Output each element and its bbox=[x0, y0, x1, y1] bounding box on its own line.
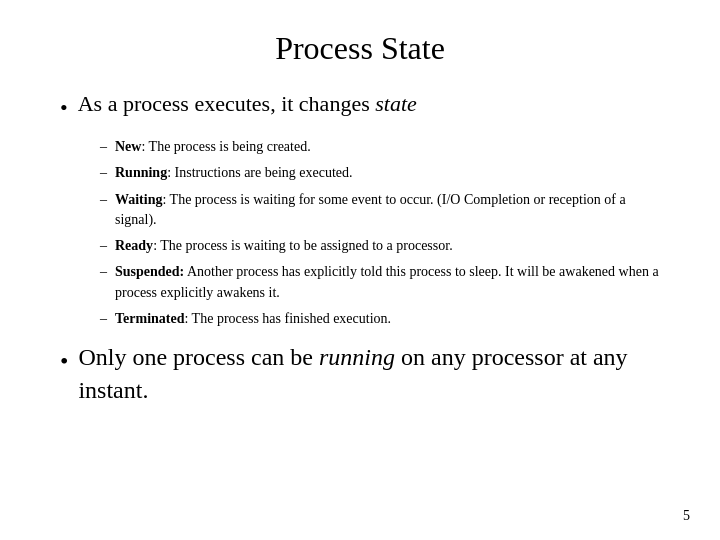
bullet-1-prefix: As a process executes, it changes bbox=[78, 91, 376, 116]
sub-bullet-terminated: – Terminated: The process has finished e… bbox=[100, 309, 660, 329]
sub-bullet-ready-rest: : The process is waiting to be assigned … bbox=[153, 238, 453, 253]
sub-bullet-new-bold: New bbox=[115, 139, 141, 154]
sub-bullet-running-text: Running: Instructions are being executed… bbox=[115, 163, 660, 183]
page-number: 5 bbox=[683, 508, 690, 524]
sub-bullet-new-text: New: The process is being created. bbox=[115, 137, 660, 157]
sub-bullet-terminated-bold: Terminated bbox=[115, 311, 184, 326]
bullet-dot-1: • bbox=[60, 95, 68, 121]
slide: Process State • As a process executes, i… bbox=[0, 0, 720, 540]
dash-1: – bbox=[100, 137, 107, 157]
dash-3: – bbox=[100, 190, 107, 210]
sub-bullet-ready: – Ready: The process is waiting to be as… bbox=[100, 236, 660, 256]
main-bullet-1: • As a process executes, it changes stat… bbox=[60, 91, 660, 121]
sub-bullet-running-bold: Running bbox=[115, 165, 167, 180]
sub-bullet-waiting: – Waiting: The process is waiting for so… bbox=[100, 190, 660, 231]
sub-bullet-new-rest: : The process is being created. bbox=[141, 139, 310, 154]
bullet-2-prefix: Only one process can be bbox=[78, 344, 319, 370]
sub-bullet-running: – Running: Instructions are being execut… bbox=[100, 163, 660, 183]
dash-5: – bbox=[100, 262, 107, 282]
dash-4: – bbox=[100, 236, 107, 256]
sub-bullet-new: – New: The process is being created. bbox=[100, 137, 660, 157]
bullet-2-italic: running bbox=[319, 344, 395, 370]
main-bullet-2: • Only one process can be running on any… bbox=[60, 341, 660, 406]
sub-bullet-suspended-bold: Suspended: bbox=[115, 264, 184, 279]
sub-bullet-waiting-bold: Waiting bbox=[115, 192, 162, 207]
dash-6: – bbox=[100, 309, 107, 329]
dash-2: – bbox=[100, 163, 107, 183]
sub-bullet-ready-bold: Ready bbox=[115, 238, 153, 253]
sub-bullet-waiting-rest: : The process is waiting for some event … bbox=[115, 192, 626, 227]
sub-bullet-ready-text: Ready: The process is waiting to be assi… bbox=[115, 236, 660, 256]
sub-bullet-waiting-text: Waiting: The process is waiting for some… bbox=[115, 190, 660, 231]
sub-bullet-terminated-rest: : The process has finished execution. bbox=[184, 311, 391, 326]
bullet-1-italic: state bbox=[375, 91, 417, 116]
sub-bullet-suspended: – Suspended: Another process has explici… bbox=[100, 262, 660, 303]
sub-bullet-running-rest: : Instructions are being executed. bbox=[167, 165, 352, 180]
sub-bullet-terminated-text: Terminated: The process has finished exe… bbox=[115, 309, 660, 329]
sub-bullets-list: – New: The process is being created. – R… bbox=[100, 137, 660, 329]
bullet-1-text: As a process executes, it changes state bbox=[78, 91, 417, 117]
bullet-2-text: Only one process can be running on any p… bbox=[78, 341, 660, 406]
sub-bullet-suspended-text: Suspended: Another process has explicitl… bbox=[115, 262, 660, 303]
sub-bullet-suspended-rest: Another process has explicitly told this… bbox=[115, 264, 659, 299]
bullet-dot-2: • bbox=[60, 345, 68, 377]
slide-title: Process State bbox=[60, 30, 660, 67]
